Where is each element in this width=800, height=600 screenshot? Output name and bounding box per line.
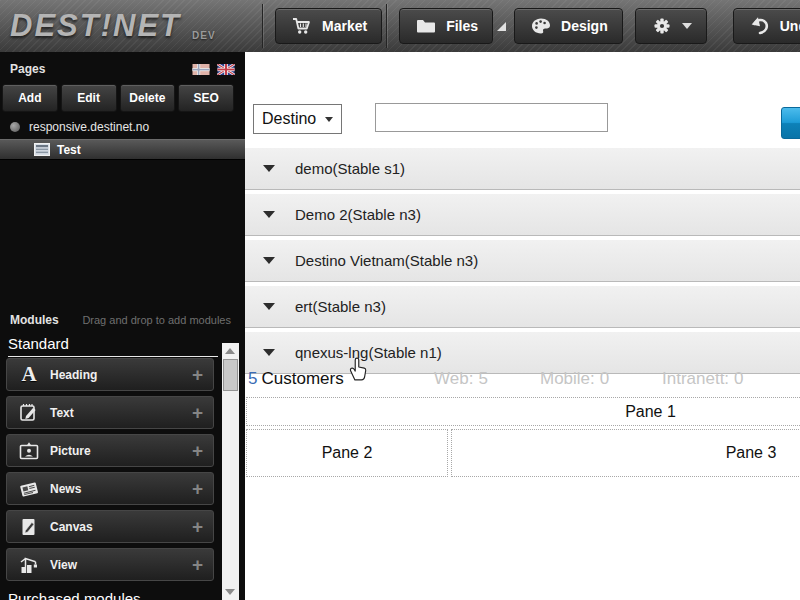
layout-pane-3[interactable]: Pane 3 bbox=[451, 429, 800, 477]
plus-icon[interactable]: + bbox=[192, 517, 203, 536]
undo-button-label: Undo bbox=[780, 18, 800, 34]
design-button[interactable]: Design bbox=[514, 8, 623, 44]
page-icon bbox=[34, 143, 50, 156]
picture-icon bbox=[17, 440, 41, 462]
tree-item-test[interactable]: Test bbox=[0, 139, 245, 160]
toolbar-separator bbox=[386, 4, 387, 48]
chevron-down-icon bbox=[263, 211, 275, 218]
customers-label: Customers bbox=[261, 369, 343, 388]
gear-icon bbox=[650, 15, 674, 37]
layout-pane-1[interactable]: Pane 1 bbox=[246, 397, 800, 426]
site-name: responsive.destinet.no bbox=[29, 120, 149, 134]
scroll-up-icon[interactable] bbox=[225, 348, 235, 354]
module-item-picture[interactable]: Picture + bbox=[6, 434, 214, 467]
canvas-icon bbox=[17, 516, 41, 538]
chevron-down-icon bbox=[263, 165, 275, 172]
main-content: Destino demo(Stable s1) Demo 2(Stable n3… bbox=[245, 52, 800, 600]
plus-icon[interactable]: + bbox=[192, 479, 203, 498]
search-submit-button[interactable] bbox=[781, 107, 800, 139]
chevron-down-icon bbox=[263, 257, 275, 264]
chevron-down-icon bbox=[263, 349, 275, 356]
files-button-label: Files bbox=[446, 18, 478, 34]
chevron-down-icon bbox=[263, 303, 275, 310]
toolbar: Market Files Design bbox=[258, 0, 800, 52]
module-label: Picture bbox=[50, 444, 91, 458]
market-button-label: Market bbox=[322, 18, 367, 34]
toolbar-separator bbox=[262, 4, 263, 48]
design-button-label: Design bbox=[561, 18, 608, 34]
chevron-down-icon bbox=[325, 117, 333, 122]
uk-flag-icon[interactable] bbox=[217, 64, 235, 75]
plus-icon[interactable]: + bbox=[192, 403, 203, 422]
app-logo-badge: DEV bbox=[192, 30, 216, 41]
stat-mobile: Mobile:0 bbox=[540, 369, 609, 389]
customers-count: 5 bbox=[248, 369, 257, 388]
customer-accordion: demo(Stable s1) Demo 2(Stable n3) Destin… bbox=[245, 148, 800, 378]
pages-actions: Add Edit Delete SEO bbox=[2, 84, 234, 111]
module-item-news[interactable]: News + bbox=[6, 472, 214, 505]
chevron-down-icon bbox=[682, 23, 692, 29]
text-icon bbox=[17, 402, 41, 424]
files-button[interactable]: Files bbox=[399, 8, 493, 44]
market-button[interactable]: Market bbox=[275, 8, 382, 44]
files-more-icon[interactable] bbox=[497, 22, 506, 31]
tree-item-label: Test bbox=[57, 143, 81, 157]
accordion-row-qnexus-lng[interactable]: qnexus-lng(Stable n1) bbox=[245, 332, 800, 374]
topbar: DEST!NET DEV Market Files bbox=[0, 0, 800, 53]
pane-label: Pane 3 bbox=[726, 444, 777, 462]
stat-web: Web:5 bbox=[434, 369, 488, 389]
settings-dropdown-button[interactable] bbox=[635, 8, 707, 44]
template-select-value: Destino bbox=[262, 110, 316, 128]
accordion-row-destino-vietnam[interactable]: Destino Vietnam(Stable n3) bbox=[245, 240, 800, 282]
module-label: Heading bbox=[50, 368, 97, 382]
plus-icon[interactable]: + bbox=[192, 441, 203, 460]
modules-section-purchased: Purchased modules bbox=[8, 590, 141, 600]
accordion-row-ert[interactable]: ert(Stable n3) bbox=[245, 286, 800, 328]
module-item-canvas[interactable]: Canvas + bbox=[6, 510, 214, 543]
site-bullet-icon bbox=[10, 122, 20, 132]
module-item-text[interactable]: Text + bbox=[6, 396, 214, 429]
modules-scrollbar[interactable] bbox=[222, 343, 239, 600]
palette-icon bbox=[529, 16, 553, 36]
template-select[interactable]: Destino bbox=[253, 104, 342, 134]
plus-icon[interactable]: + bbox=[192, 365, 203, 384]
module-item-heading[interactable]: A Heading + bbox=[6, 358, 214, 391]
module-label: News bbox=[50, 482, 81, 496]
pages-title: Pages bbox=[10, 62, 45, 76]
edit-button[interactable]: Edit bbox=[61, 84, 117, 112]
scroll-down-icon[interactable] bbox=[225, 589, 235, 595]
folder-icon bbox=[414, 17, 438, 35]
seo-button[interactable]: SEO bbox=[178, 84, 234, 112]
module-list: A Heading + Text + bbox=[6, 358, 214, 586]
view-icon bbox=[17, 554, 41, 576]
news-icon bbox=[17, 478, 41, 500]
heading-icon: A bbox=[17, 362, 41, 387]
tree-root-site[interactable]: responsive.destinet.no bbox=[10, 120, 149, 134]
module-label: View bbox=[50, 558, 77, 572]
customers-summary-row[interactable]: 5Customers Web:5 Mobile:0 Intranett:0 bbox=[248, 369, 800, 395]
stat-intranett: Intranett:0 bbox=[662, 369, 744, 389]
undo-icon bbox=[748, 15, 772, 37]
pane-label: Pane 2 bbox=[322, 444, 373, 462]
language-flags bbox=[192, 64, 235, 75]
accordion-row-demo2[interactable]: Demo 2(Stable n3) bbox=[245, 194, 800, 236]
norway-flag-icon[interactable] bbox=[192, 64, 210, 75]
plus-icon[interactable]: + bbox=[192, 555, 203, 574]
module-label: Canvas bbox=[50, 520, 93, 534]
modules-section-standard: Standard bbox=[8, 335, 218, 357]
pages-header: Pages bbox=[0, 56, 245, 82]
accordion-row-demo[interactable]: demo(Stable s1) bbox=[245, 148, 800, 190]
add-button[interactable]: Add bbox=[2, 84, 58, 112]
app-logo: DEST!NET bbox=[10, 8, 181, 44]
scrollbar-thumb[interactable] bbox=[223, 359, 238, 391]
module-label: Text bbox=[50, 406, 74, 420]
search-input[interactable] bbox=[375, 103, 608, 132]
delete-button[interactable]: Delete bbox=[120, 84, 176, 112]
modules-hint: Drag and drop to add modules bbox=[82, 314, 235, 326]
layout-pane-2[interactable]: Pane 2 bbox=[246, 429, 448, 477]
cart-icon bbox=[290, 16, 314, 36]
sidebar: Pages Add Edit Delete SEO bbox=[0, 52, 245, 600]
module-item-view[interactable]: View + bbox=[6, 548, 214, 581]
undo-button[interactable]: Undo bbox=[733, 8, 800, 44]
modules-title: Modules bbox=[10, 313, 59, 327]
